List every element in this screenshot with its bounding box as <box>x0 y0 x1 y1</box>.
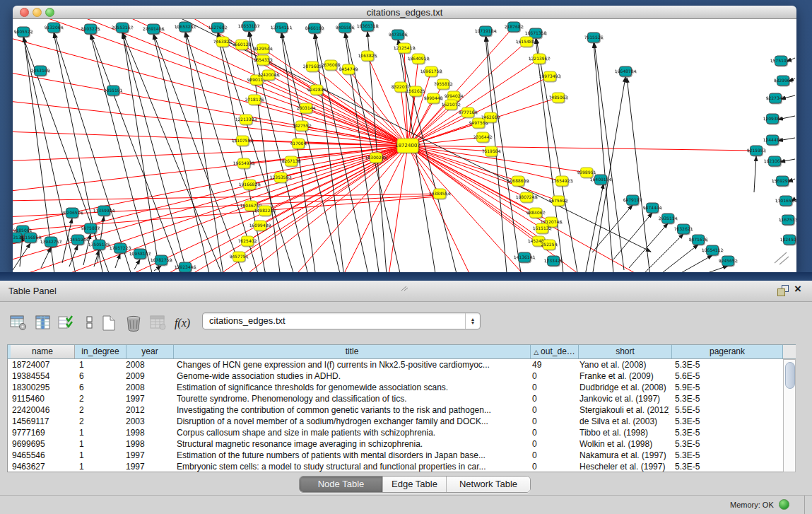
graph-node[interactable]: 16961758 <box>420 66 442 76</box>
graph-node[interactable]: 17359924 <box>93 206 115 216</box>
column-select-icon[interactable] <box>33 313 53 333</box>
graph-node[interactable]: 1244415 <box>763 135 782 145</box>
vertical-scrollbar[interactable] <box>783 359 796 472</box>
graph-node[interactable]: 12754111 <box>271 23 293 33</box>
function-builder-icon[interactable]: f(x) <box>172 313 192 333</box>
table-row[interactable]: 1872400712008Changes of HCN gene express… <box>8 359 783 370</box>
graph-node[interactable]: 2316442 <box>473 132 493 142</box>
graph-hub-node[interactable]: 18724007 <box>395 139 420 153</box>
graph-node[interactable]: 9129544 <box>254 44 273 54</box>
graph-node[interactable]: 9245652 <box>719 256 738 266</box>
graph-node[interactable]: 10958107 <box>129 249 151 259</box>
graph-node[interactable]: 1209387 <box>763 114 782 124</box>
column-header-short[interactable]: short <box>579 345 672 358</box>
graph-node[interactable]: 8103275 <box>81 24 100 34</box>
table-row[interactable]: 1830029562008Estimation of significance … <box>8 382 783 393</box>
graph-node[interactable]: 1562625 <box>406 86 425 96</box>
graph-node[interactable]: 1527602 <box>208 23 228 33</box>
graph-node[interactable]: 9132064 <box>45 23 64 33</box>
graph-node[interactable]: 1167533 <box>779 215 796 225</box>
graph-node[interactable]: 7519584 <box>482 146 501 156</box>
delete-table-icon[interactable] <box>124 313 143 333</box>
graph-node[interactable]: 18653187 <box>238 21 260 31</box>
graph-node[interactable]: 9474444 <box>643 203 662 213</box>
graph-node[interactable]: 19166829 <box>239 180 261 189</box>
table-settings-icon[interactable] <box>8 313 28 333</box>
graph-node[interactable]: 6479197 <box>623 195 642 205</box>
graph-node[interactable]: 7955812 <box>434 79 453 89</box>
graph-node[interactable]: 12213383 <box>235 115 257 124</box>
graph-node[interactable]: 8471676 <box>689 235 708 245</box>
graph-node[interactable]: 7625402 <box>238 236 257 246</box>
graph-node[interactable]: 417004 <box>290 139 307 148</box>
table-row[interactable]: 946554611997Estimation of the future num… <box>8 450 783 461</box>
graph-node[interactable]: 16648784 <box>615 66 637 76</box>
table-row[interactable]: 911546021997Tourette syndrome. Phenomeno… <box>8 393 783 404</box>
import-table-icon[interactable] <box>148 313 168 333</box>
window-titlebar[interactable]: citations_edges.txt <box>13 6 796 19</box>
new-document-icon[interactable] <box>99 313 119 333</box>
tab-node-table[interactable]: Node Table <box>300 477 383 492</box>
graph-node[interactable]: 1024501 <box>780 235 796 245</box>
table-row[interactable]: 969969511998Structural magnetic resonanc… <box>8 438 783 450</box>
graph-node[interactable]: 7515526 <box>584 33 604 42</box>
graph-node[interactable]: 1063825 <box>358 51 377 61</box>
graph-node[interactable]: 14136141 <box>514 252 536 262</box>
cell-merge-icon[interactable] <box>80 313 100 333</box>
graph-node[interactable]: 17016504 <box>775 196 796 206</box>
tab-edge-table[interactable]: Edge Table <box>383 477 447 492</box>
table-row[interactable]: 977716911998Corpus callosum shape and si… <box>8 427 783 438</box>
graph-node[interactable]: 9660128 <box>233 40 252 49</box>
graph-node[interactable]: 12923446 <box>175 262 196 272</box>
graph-node[interactable]: 10654112 <box>702 245 724 255</box>
graph-node[interactable]: 20206576 <box>61 208 83 218</box>
scrollbar-thumb[interactable] <box>785 362 795 389</box>
table-row[interactable]: 946362711997Embryonic stem cells: a mode… <box>8 461 783 472</box>
graph-node[interactable]: 7632621 <box>674 224 693 234</box>
citation-network-graph[interactable]: 9405572913206481032752055316727691406106… <box>13 19 796 273</box>
table-row[interactable]: 1938455462009Genome-wide association stu… <box>8 370 783 382</box>
graph-node[interactable]: 13942757 <box>40 237 62 247</box>
graph-node[interactable]: 2187682 <box>505 22 524 32</box>
graph-node[interactable]: 12125419 <box>394 43 416 53</box>
graph-node[interactable]: 11451944 <box>67 235 89 245</box>
table-row[interactable]: 2242004622012Investigating the contribut… <box>8 404 783 416</box>
graph-node[interactable]: 18640910 <box>408 54 430 64</box>
canvas-resize-grip-icon[interactable] <box>775 252 789 264</box>
graph-node[interactable]: 17654923 <box>551 176 573 186</box>
graph-node[interactable]: 10653287 <box>175 22 196 32</box>
graph-node[interactable]: 16365318 <box>357 21 379 31</box>
tab-network-table[interactable]: Network Table <box>447 477 530 492</box>
table-source-combobox[interactable]: citations_edges.txt ▲▼ <box>202 313 481 329</box>
graph-node[interactable]: 9405572 <box>14 27 33 37</box>
column-header-in_degree[interactable]: in_degree <box>75 345 126 358</box>
splitter-grip-icon[interactable] <box>400 281 408 294</box>
column-header-year[interactable]: year <box>126 345 174 358</box>
column-header-pagerank[interactable]: pagerank <box>672 345 783 358</box>
graph-node[interactable]: 10719184 <box>475 26 497 36</box>
graph-node[interactable]: 9990448 <box>424 93 443 103</box>
graph-node[interactable]: 9398951 <box>577 168 596 177</box>
graph-node[interactable]: 1733426 <box>544 256 563 266</box>
graph-node[interactable]: 7485063 <box>549 93 568 103</box>
table-row[interactable]: 1456911722003Disruption of a novel membe… <box>8 416 783 427</box>
float-panel-icon[interactable] <box>777 285 789 296</box>
graph-node[interactable]: 252254 <box>541 240 558 250</box>
row-check-icon[interactable] <box>57 313 76 333</box>
graph-node[interactable]: 8466160 <box>305 23 324 33</box>
graph-node[interactable]: 2676008 <box>322 60 341 70</box>
graph-node[interactable]: 2053169 <box>31 66 50 76</box>
graph-node[interactable]: 13505135 <box>88 240 110 250</box>
column-header-out_de[interactable]: △out_de… <box>531 345 579 358</box>
graph-node[interactable]: 8322037 <box>392 82 411 92</box>
graph-node[interactable]: 9227342 <box>766 93 785 103</box>
graph-node[interactable]: 9405506 <box>336 23 355 33</box>
graph-node[interactable]: 27691406 <box>143 24 165 34</box>
graph-node[interactable]: 2935114 <box>659 214 678 223</box>
graph-node[interactable]: 9473506 <box>389 30 408 40</box>
graph-node[interactable]: 10688609 <box>507 176 529 186</box>
graph-node[interactable]: 20553167 <box>112 23 134 33</box>
graph-node[interactable]: 12353593 <box>270 173 292 182</box>
graph-node[interactable]: 12213967 <box>529 54 551 64</box>
close-panel-icon[interactable]: × <box>794 282 801 296</box>
